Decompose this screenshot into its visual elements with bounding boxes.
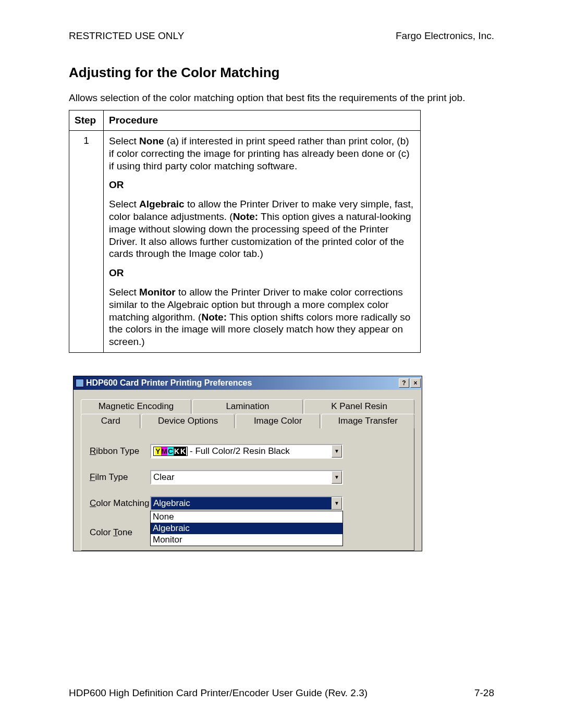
- option-algebraic[interactable]: Algebraic: [151, 523, 342, 534]
- film-type-combo[interactable]: Clear ▼: [150, 470, 343, 485]
- tab-k-panel-resin[interactable]: K Panel Resin: [304, 399, 414, 414]
- th-step: Step: [69, 110, 104, 131]
- close-button[interactable]: ×: [410, 378, 421, 388]
- tab-image-color[interactable]: Image Color: [236, 414, 321, 428]
- color-matching-combo[interactable]: Algebraic ▼ None Algebraic Monitor: [150, 496, 343, 511]
- step-number: 1: [69, 131, 104, 353]
- color-matching-value: Algebraic: [151, 497, 332, 510]
- app-icon: [76, 379, 84, 387]
- color-tone-label: Color Tone: [90, 527, 150, 538]
- color-matching-label: Color Matching: [90, 498, 150, 509]
- film-type-label: Film Type: [90, 472, 150, 483]
- option-none[interactable]: None: [151, 511, 342, 523]
- printing-preferences-dialog: HDP600 Card Printer Printing Preferences…: [73, 376, 422, 551]
- tab-device-options[interactable]: Device Options: [141, 414, 235, 428]
- tab-image-transfer[interactable]: Image Transfer: [321, 414, 414, 428]
- page-title: Adjusting for the Color Matching: [69, 65, 494, 81]
- color-matching-dropdown: None Algebraic Monitor: [150, 511, 343, 546]
- tab-magnetic-encoding[interactable]: Magnetic Encoding: [81, 399, 191, 414]
- dropdown-arrow-icon[interactable]: ▼: [332, 445, 342, 458]
- film-type-value: Clear: [151, 471, 332, 484]
- or-2: OR: [109, 267, 415, 279]
- option-monitor[interactable]: Monitor: [151, 534, 342, 546]
- help-button[interactable]: ?: [399, 378, 409, 388]
- header-right: Fargo Electronics, Inc.: [396, 30, 494, 42]
- p1-bold: None: [139, 135, 164, 146]
- p3-b1: Monitor: [139, 287, 176, 298]
- ribbon-type-label: Ribbon Type: [90, 446, 150, 456]
- footer-right: 7-28: [474, 687, 494, 699]
- ymckk-icon: YMCKK: [153, 447, 188, 456]
- th-proc: Procedure: [104, 110, 421, 131]
- dialog-title: HDP600 Card Printer Printing Preferences: [86, 378, 398, 388]
- ribbon-type-value: - Full Color/2 Resin Black: [190, 446, 290, 456]
- or-1: OR: [109, 179, 415, 191]
- device-options-panel: Ribbon Type YMCKK - Full Color/2 Resin B…: [81, 428, 414, 551]
- p2-pre: Select: [109, 199, 139, 209]
- p3-b2: Note:: [201, 312, 227, 323]
- p3-pre: Select: [109, 287, 139, 298]
- dropdown-arrow-icon[interactable]: ▼: [332, 471, 342, 484]
- titlebar[interactable]: HDP600 Card Printer Printing Preferences…: [74, 376, 422, 390]
- footer-left: HDP600 High Definition Card Printer/Enco…: [69, 687, 368, 699]
- intro-text: Allows selection of the color matching o…: [69, 92, 494, 104]
- p1-pre: Select: [109, 135, 139, 146]
- p2-b1: Algebraic: [139, 199, 185, 209]
- ribbon-type-combo[interactable]: YMCKK - Full Color/2 Resin Black ▼: [150, 444, 343, 459]
- dropdown-arrow-icon[interactable]: ▼: [332, 497, 342, 510]
- tab-card[interactable]: Card: [81, 414, 140, 428]
- procedure-cell: Select None (a) if interested in print s…: [104, 131, 421, 353]
- procedure-table: Step Procedure 1 Select None (a) if inte…: [69, 110, 421, 353]
- p2-b2: Note:: [233, 211, 259, 222]
- header-left: RESTRICTED USE ONLY: [69, 30, 184, 42]
- tab-lamination[interactable]: Lamination: [192, 399, 303, 414]
